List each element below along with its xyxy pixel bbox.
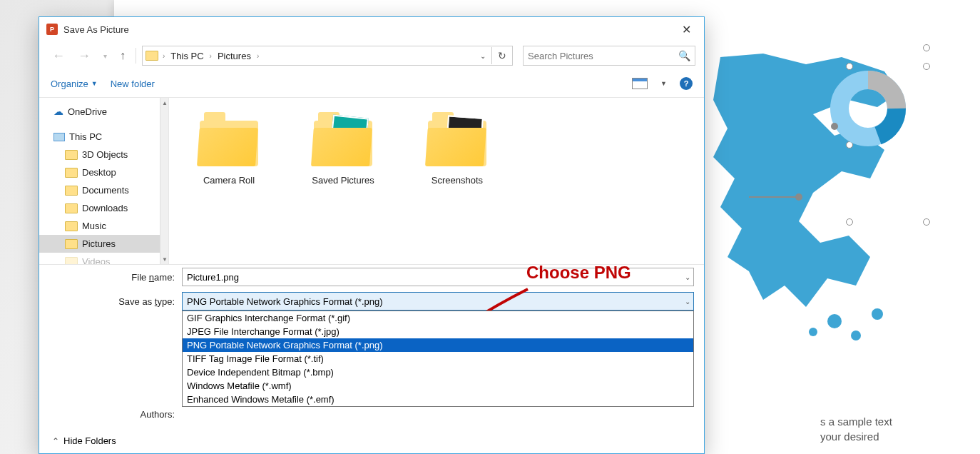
filetype-combo[interactable]: PNG Portable Network Graphics Format (*.… <box>182 292 694 311</box>
folder-label: Camera Roll <box>203 175 255 186</box>
filetype-option[interactable]: GIF Graphics Interchange Format (*.gif) <box>183 311 693 325</box>
forward-button[interactable]: → <box>73 46 95 66</box>
toolbar: Organize▼ New folder ▼ ? <box>39 70 704 97</box>
view-mode-caret[interactable]: ▼ <box>660 80 667 87</box>
search-icon[interactable]: 🔍 <box>678 50 690 61</box>
nav-scrollbar[interactable]: ▲ ▼ <box>160 98 168 264</box>
nav-item-downloads[interactable]: Downloads <box>39 199 168 217</box>
save-as-dialog: P Save As Picture ✕ ← → ▾ ↑ › This PC › … <box>39 16 705 454</box>
nav-item-label: Desktop <box>82 167 116 178</box>
filetype-option[interactable]: Enhanced Windows Metafile (*.emf) <box>183 393 693 406</box>
dialog-title: Save As Picture <box>63 24 129 35</box>
breadcrumb-current[interactable]: Pictures <box>216 51 252 61</box>
help-button[interactable]: ? <box>680 77 693 90</box>
donut-leader-line <box>749 191 834 208</box>
svg-point-0 <box>827 314 842 328</box>
filetype-dropdown-list[interactable]: GIF Graphics Interchange Format (*.gif)J… <box>182 311 694 407</box>
folder-icon <box>65 168 78 178</box>
folder-icon <box>65 221 78 231</box>
refresh-button[interactable]: ↻ <box>491 47 512 64</box>
cloud-icon: ☁ <box>53 106 63 117</box>
slide-body-text: s a sample text your desired <box>820 414 892 444</box>
filetype-dropdown-button[interactable]: ⌄ <box>685 298 690 306</box>
chevron-right-icon[interactable]: › <box>254 52 262 60</box>
folder-icon <box>65 150 78 160</box>
folder-icon <box>425 112 489 166</box>
folder-icon <box>146 51 158 61</box>
content-pane[interactable]: Camera RollSaved PicturesScreenshots <box>169 98 704 264</box>
recent-locations-button[interactable]: ▾ <box>99 49 111 63</box>
breadcrumb-root[interactable]: This PC <box>169 51 205 61</box>
nav-item-label: Videos <box>82 256 111 264</box>
folder-icon <box>65 186 78 196</box>
bottom-form: File name: Picture1.png ⌄ Save as type: … <box>39 264 704 453</box>
new-folder-button[interactable]: New folder <box>111 79 155 89</box>
scroll-up-button[interactable]: ▲ <box>160 98 169 108</box>
folder-label: Screenshots <box>432 175 483 186</box>
nav-onedrive[interactable]: ☁ OneDrive <box>39 102 168 121</box>
nav-this-pc[interactable]: This PC <box>39 128 168 146</box>
chevron-right-icon[interactable]: › <box>160 52 168 60</box>
folder-label: Saved Pictures <box>312 175 374 186</box>
search-box[interactable]: 🔍 <box>523 46 695 66</box>
search-input[interactable] <box>528 51 678 61</box>
nav-item-desktop[interactable]: Desktop <box>39 163 168 181</box>
chevron-right-icon[interactable]: › <box>207 52 215 60</box>
annotation-text: Choose PNG <box>526 263 631 283</box>
folder-tile-screenshots[interactable]: Screenshots <box>414 112 500 186</box>
folder-icon <box>311 112 375 166</box>
filetype-option[interactable]: JPEG File Interchange Format (*.jpg) <box>183 325 693 338</box>
rotate-handle[interactable] <box>923 44 930 51</box>
nav-item-3d-objects[interactable]: 3D Objects <box>39 146 168 163</box>
authors-label: Authors: <box>39 409 182 420</box>
nav-item-label: Downloads <box>82 203 128 213</box>
selection-handle[interactable] <box>846 218 853 226</box>
pc-icon <box>53 133 65 141</box>
folder-icon <box>65 203 78 213</box>
filetype-option[interactable]: TIFF Tag Image File Format (*.tif) <box>183 352 693 365</box>
filename-dropdown-button[interactable]: ⌄ <box>685 273 690 281</box>
nav-item-label: Pictures <box>82 238 116 249</box>
nav-row: ← → ▾ ↑ › This PC › Pictures › ⌄ ↻ 🔍 <box>39 41 704 70</box>
separator <box>136 48 136 64</box>
powerpoint-icon: P <box>46 24 58 35</box>
nav-item-label: Music <box>82 221 106 231</box>
filename-value: Picture1.png <box>187 272 239 283</box>
filetype-value: PNG Portable Network Graphics Format (*.… <box>187 296 383 307</box>
nav-item-pictures[interactable]: Pictures <box>39 235 168 253</box>
filetype-option[interactable]: PNG Portable Network Graphics Format (*.… <box>183 338 693 352</box>
folder-tile-saved-pictures[interactable]: Saved Pictures <box>300 112 386 186</box>
folder-icon <box>65 257 78 265</box>
svg-point-3 <box>872 308 883 320</box>
chevron-up-icon: ⌃ <box>52 436 59 446</box>
close-button[interactable]: ✕ <box>676 21 697 38</box>
nav-item-music[interactable]: Music <box>39 217 168 235</box>
filename-label: File name: <box>39 272 182 283</box>
filetype-label: Save as type: <box>39 296 182 307</box>
nav-item-label: 3D Objects <box>82 149 128 160</box>
title-bar: P Save As Picture ✕ <box>39 17 704 41</box>
scroll-down-button[interactable]: ▼ <box>160 254 169 264</box>
nav-item-documents[interactable]: Documents <box>39 181 168 199</box>
navigation-pane[interactable]: ☁ OneDrive This PC 3D ObjectsDesktopDocu… <box>39 98 169 264</box>
selection-handle[interactable] <box>923 63 930 70</box>
organize-button[interactable]: Organize▼ <box>51 79 98 89</box>
footer: ⌃ Hide Folders <box>39 423 704 453</box>
selection-handle[interactable] <box>923 218 930 226</box>
filetype-option[interactable]: Device Independent Bitmap (*.bmp) <box>183 365 693 379</box>
folder-tile-camera-roll[interactable]: Camera Roll <box>186 112 272 186</box>
address-bar[interactable]: › This PC › Pictures › ⌄ ↻ <box>142 46 513 66</box>
up-button[interactable]: ↑ <box>116 46 130 65</box>
svg-point-2 <box>809 328 817 336</box>
back-button[interactable]: ← <box>48 46 69 66</box>
filetype-option[interactable]: Windows Metafile (*.wmf) <box>183 379 693 393</box>
folder-icon <box>197 112 261 166</box>
hide-folders-button[interactable]: Hide Folders <box>63 435 116 446</box>
nav-item-label: Documents <box>82 185 129 196</box>
nav-item-videos[interactable]: Videos <box>39 253 168 264</box>
view-mode-button[interactable] <box>632 78 648 89</box>
donut-chart[interactable] <box>827 68 909 150</box>
svg-point-1 <box>851 331 861 340</box>
svg-point-5 <box>831 123 838 130</box>
address-dropdown-button[interactable]: ⌄ <box>476 49 490 63</box>
